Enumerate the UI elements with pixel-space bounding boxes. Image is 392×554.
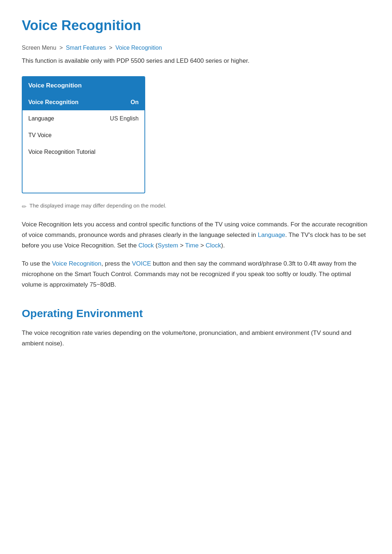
breadcrumb-sep-1: > — [60, 45, 65, 51]
body-p1-text5: > — [199, 242, 205, 249]
menu-item-voice-recognition-label: Voice Recognition — [28, 98, 78, 107]
operating-environment-title: Operating Environment — [22, 305, 370, 322]
menu-item-language[interactable]: Language US English — [23, 110, 144, 127]
breadcrumb-voice-recognition[interactable]: Voice Recognition — [115, 45, 162, 51]
breadcrumb-sep-2: > — [109, 45, 114, 51]
menu-item-tv-voice-label: TV Voice — [28, 131, 52, 140]
link-time[interactable]: Time — [185, 242, 199, 249]
link-language[interactable]: Language — [258, 231, 285, 238]
link-system[interactable]: System — [158, 242, 178, 249]
link-clock[interactable]: Clock — [138, 242, 154, 249]
body-p1-text6: ). — [221, 242, 225, 249]
page-title: Voice Recognition — [22, 15, 370, 37]
operating-environment-body: The voice recognition rate varies depend… — [22, 328, 370, 349]
breadcrumb-smart-features[interactable]: Smart Features — [66, 45, 106, 51]
body-paragraph-2: To use the Voice Recognition, press the … — [22, 259, 370, 290]
breadcrumb: Screen Menu > Smart Features > Voice Rec… — [22, 43, 370, 53]
menu-box-header: Voice Recognition — [23, 77, 144, 94]
menu-spacer — [23, 160, 144, 193]
body-p2-text1: To use the — [22, 260, 52, 267]
menu-item-language-label: Language — [28, 114, 54, 123]
menu-item-tv-voice[interactable]: TV Voice — [23, 127, 144, 144]
link-clock-2[interactable]: Clock — [206, 242, 221, 249]
link-voice-button[interactable]: VOICE — [132, 260, 151, 267]
menu-item-voice-recognition-value: On — [131, 98, 139, 107]
menu-box: Voice Recognition Voice Recognition On L… — [22, 76, 145, 194]
link-voice-recognition[interactable]: Voice Recognition — [52, 260, 101, 267]
menu-item-language-value: US English — [110, 114, 139, 123]
menu-item-voice-recognition[interactable]: Voice Recognition On — [23, 94, 144, 111]
menu-item-voice-recognition-tutorial[interactable]: Voice Recognition Tutorial — [23, 144, 144, 160]
body-p1-text4: > — [178, 242, 185, 249]
breadcrumb-screen-menu: Screen Menu — [22, 45, 56, 51]
pencil-icon: ✏ — [22, 202, 26, 212]
body-paragraph-1: Voice Recognition lets you access and co… — [22, 219, 370, 251]
availability-note: This function is available only with PDP… — [22, 56, 370, 66]
menu-item-voice-recognition-tutorial-label: Voice Recognition Tutorial — [28, 147, 95, 157]
image-note-text: The displayed image may differ depending… — [29, 201, 166, 210]
body-p1-text3: ( — [154, 242, 158, 249]
image-note-row: ✏ The displayed image may differ dependi… — [22, 201, 370, 212]
body-p2-text2: , press the — [101, 260, 132, 267]
